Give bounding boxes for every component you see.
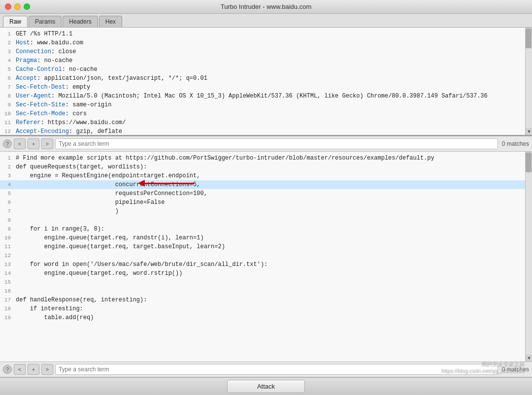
request-line-3: 3 Connection: close [0, 47, 532, 56]
script-line-11: 11 engine.queue(target.req, target.baseI… [0, 242, 532, 251]
script-code-area[interactable]: 1 # Find more example scripts at https:/… [0, 152, 532, 362]
top-search-input[interactable] [55, 138, 498, 149]
request-line-6: 6 Accept: application/json, text/javascr… [0, 74, 532, 83]
prev-button[interactable]: < [14, 138, 26, 149]
tab-headers[interactable]: Headers [63, 16, 98, 27]
request-line-10: 10 Sec-Fetch-Mode: cors [0, 109, 532, 118]
script-line-6: 6 pipeline=False [0, 198, 532, 207]
script-line-10: 10 engine.queue(target.req, randstr(i), … [0, 233, 532, 242]
script-line-9: 9 for i in range(3, 8): [0, 225, 532, 233]
script-line-18: 18 if interesting: [0, 304, 532, 313]
close-button[interactable] [5, 3, 11, 10]
red-arrow-annotation [138, 180, 194, 187]
bottom-search-input[interactable] [55, 364, 498, 375]
script-line-14: 14 engine.queue(target.req, word.rstrip(… [0, 269, 532, 278]
traffic-lights [5, 3, 30, 10]
request-line-5: 5 Cache-Control: no-cache [0, 65, 532, 74]
tab-hex[interactable]: Hex [99, 16, 122, 27]
request-line-7: 7 Sec-Fetch-Dest: empty [0, 83, 532, 92]
request-line-11: 11 Referer: https://www.baidu.com/ [0, 118, 532, 127]
maximize-button[interactable] [24, 3, 30, 10]
top-matches-label: 0 matches [502, 140, 529, 147]
bottom-matches-label: 0 matches [502, 366, 529, 373]
bottom-search-bar: ? < + > 0 matches [0, 362, 532, 377]
request-line-8: 8 User-Agent: Mozilla/5.0 (Macintosh; In… [0, 92, 532, 100]
bottom-prev-button[interactable]: < [14, 364, 26, 375]
script-line-13: 13 for word in open('/Users/mac/safe/web… [0, 260, 532, 269]
attack-button[interactable]: Attack [227, 380, 305, 393]
help-button[interactable]: ? [3, 139, 12, 148]
script-scroll-down-arrow[interactable]: ▼ [526, 355, 532, 362]
tab-raw[interactable]: Raw [3, 16, 28, 27]
request-panel: ▲ ▼ 1 GET /%s HTTP/1.1 2 Host: www.baidu… [0, 28, 532, 136]
request-line-1: 1 GET /%s HTTP/1.1 [0, 30, 532, 38]
script-line-17: 17 def handleResponse(req, interesting): [0, 296, 532, 304]
scroll-down-arrow[interactable]: ▼ [526, 128, 532, 135]
script-line-5: 5 requestsPerConnection=100, [0, 189, 532, 198]
request-line-12: 12 Accept-Encoding: gzip, deflate [0, 127, 532, 135]
scroll-thumb[interactable] [526, 29, 532, 48]
main-container: Raw Params Headers Hex ▲ ▼ 1 GET /%s HTT… [0, 14, 532, 395]
script-scrollbar[interactable]: ▲ ▼ [525, 152, 532, 362]
script-line-3: 3 engine = RequestEngine(endpoint=target… [0, 171, 532, 180]
arrow-line [145, 183, 194, 184]
script-line-16: 16 [0, 287, 532, 296]
script-line-7: 7 ) [0, 207, 532, 216]
bottom-next-up-button[interactable]: + [28, 364, 39, 375]
request-scrollbar[interactable]: ▲ ▼ [525, 28, 532, 135]
script-line-12: 12 [0, 251, 532, 260]
request-line-4: 4 Pragma: no-cache [0, 56, 532, 65]
bottom-help-button[interactable]: ? [3, 365, 12, 374]
script-line-15: 15 [0, 278, 532, 287]
bottom-next-button[interactable]: > [41, 364, 53, 375]
top-search-bar: ? < + > 0 matches [0, 136, 532, 152]
script-scroll-thumb[interactable] [526, 153, 532, 172]
request-line-9: 9 Sec-Fetch-Site: same-origin [0, 100, 532, 109]
window-title: Turbo Intruder - www.baidu.com [221, 3, 311, 10]
script-line-2: 2 def queueRequests(target, wordlists): [0, 163, 532, 171]
script-panel: ▲ ▼ 1 # Find more example scripts at htt… [0, 152, 532, 362]
next-up-button[interactable]: + [28, 138, 39, 149]
tab-params[interactable]: Params [29, 16, 62, 27]
request-line-2: 2 Host: www.baidu.com [0, 38, 532, 47]
script-line-4: 4 concurrentConnections=5, [0, 180, 532, 189]
next-button[interactable]: > [41, 138, 53, 149]
arrow-head [138, 180, 145, 187]
minimize-button[interactable] [14, 3, 21, 10]
tab-bar: Raw Params Headers Hex [0, 14, 532, 28]
attack-bar: Attack [0, 377, 532, 395]
script-line-8: 8 [0, 216, 532, 225]
request-code-area[interactable]: 1 GET /%s HTTP/1.1 2 Host: www.baidu.com… [0, 28, 532, 135]
script-line-19: 19 table.add(req) [0, 313, 532, 322]
title-bar: Turbo Intruder - www.baidu.com [0, 0, 532, 14]
script-line-1: 1 # Find more example scripts at https:/… [0, 154, 532, 163]
